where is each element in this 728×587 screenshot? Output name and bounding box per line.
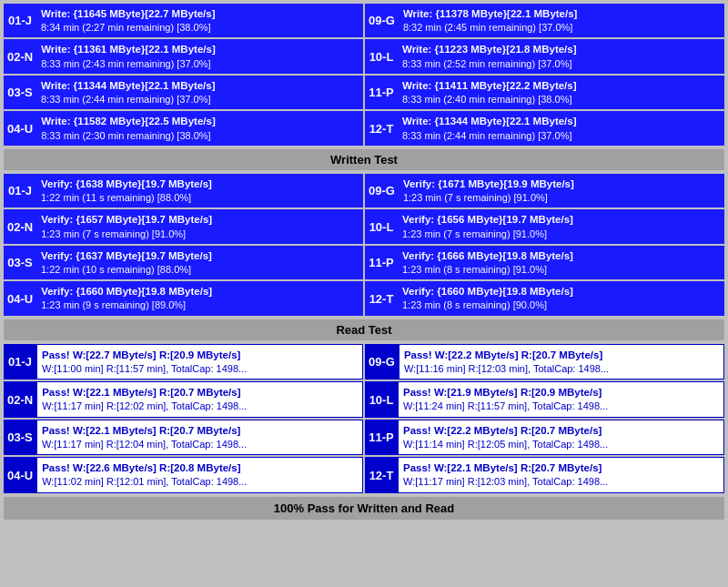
drive-label-12t-verify: 12-T: [365, 281, 398, 315]
write-left-col-4: 04-U Write: {11582 MByte}[22.5 MByte/s] …: [4, 111, 363, 145]
drive-line1-01j-write: Write: {11645 MByte}[22.7 MByte/s]: [41, 6, 359, 21]
drive-info-01j-verify: Verify: {1638 MByte}[19.7 MByte/s] 1:22 …: [36, 174, 363, 207]
drive-info-03s-read: Pass! W:[22.1 MByte/s] R:[20.7 MByte/s] …: [36, 420, 363, 455]
verify-grid-row4: 04-U Verify: {1660 MByte}[19.8 MByte/s] …: [4, 281, 724, 315]
drive-info-09g-verify: Verify: {1671 MByte}[19.9 MByte/s] 1:23 …: [399, 174, 724, 207]
drive-label-09g-read: 09-G: [365, 344, 399, 380]
drive-label-03s-read: 03-S: [4, 420, 36, 455]
drive-cell-10l-read: 10-L Pass! W:[21.9 MByte/s] R:[20.9 MByt…: [365, 381, 724, 417]
read-left-col-2: 02-N Pass! W:[22.1 MByte/s] R:[20.7 MByt…: [4, 381, 363, 417]
drive-cell-02n-read: 02-N Pass! W:[22.1 MByte/s] R:[20.7 MByt…: [4, 381, 363, 417]
drive-line2-11p-read: W:[11:14 min] R:[12:05 min], TotalCap: 1…: [403, 438, 719, 451]
drive-label-03s-verify: 03-S: [4, 246, 36, 279]
write-right-col: 09-G Write: {11378 MByte}[22.1 MByte/s] …: [365, 4, 724, 37]
drive-line2-01j-read: W:[11:00 min] R:[11:57 min], TotalCap: 1…: [42, 362, 358, 376]
read-grid-row2: 02-N Pass! W:[22.1 MByte/s] R:[20.7 MByt…: [4, 381, 724, 417]
drive-label-02n-write: 02-N: [4, 39, 36, 73]
drive-line1-10l-write: Write: {11223 MByte}[21.8 MByte/s]: [402, 42, 720, 56]
write-grid-row2: 02-N Write: {11361 MByte}[22.1 MByte/s] …: [4, 39, 724, 73]
drive-line1-12t-write: Write: {11344 MByte}[22.1 MByte/s]: [402, 114, 720, 128]
drive-line2-10l-verify: 1:23 min (7 s remaining) [91.0%]: [402, 228, 720, 241]
verify-right-col-2: 10-L Verify: {1656 MByte}[19.7 MByte/s] …: [365, 209, 724, 243]
drive-info-09g-write: Write: {11378 MByte}[22.1 MByte/s] 8:32 …: [399, 4, 724, 37]
verify-left-col-2: 02-N Verify: {1657 MByte}[19.7 MByte/s] …: [4, 209, 363, 243]
drive-line2-12t-verify: 1:23 min (8 s remaining) [90.0%]: [402, 299, 720, 312]
drive-cell-04u-write: 04-U Write: {11582 MByte}[22.5 MByte/s] …: [4, 111, 363, 145]
drive-line2-02n-write: 8:33 min (2:43 min remaining) [37.0%]: [41, 57, 359, 71]
drive-label-11p-write: 11-P: [365, 76, 398, 109]
drive-line1-02n-write: Write: {11361 MByte}[22.1 MByte/s]: [41, 42, 359, 56]
verify-section: 01-J Verify: {1638 MByte}[19.7 MByte/s] …: [4, 174, 724, 316]
drive-info-12t-read: Pass! W:[22.1 MByte/s] R:[20.7 MByte/s] …: [398, 457, 724, 492]
drive-line1-03s-verify: Verify: {1637 MByte}[19.7 MByte/s]: [41, 248, 359, 263]
drive-line2-11p-verify: 1:23 min (8 s remaining) [91.0%]: [402, 263, 720, 277]
drive-cell-03s-read: 03-S Pass! W:[22.1 MByte/s] R:[20.7 MByt…: [4, 420, 363, 455]
drive-cell-09g-read: 09-G Pass! W:[22.2 MByte/s] R:[20.7 MByt…: [365, 344, 724, 380]
drive-info-12t-verify: Verify: {1660 MByte}[19.8 MByte/s] 1:23 …: [398, 281, 724, 315]
write-right-col-4: 12-T Write: {11344 MByte}[22.1 MByte/s] …: [365, 111, 724, 145]
drive-info-12t-write: Write: {11344 MByte}[22.1 MByte/s] 8:33 …: [398, 111, 724, 145]
verify-right-col-4: 12-T Verify: {1660 MByte}[19.8 MByte/s] …: [365, 281, 724, 315]
read-test-header: Read Test: [4, 319, 724, 340]
verify-grid-row3: 03-S Verify: {1637 MByte}[19.7 MByte/s] …: [4, 246, 724, 279]
drive-cell-11p-verify: 11-P Verify: {1666 MByte}[19.8 MByte/s] …: [365, 246, 724, 279]
drive-info-01j-write: Write: {11645 MByte}[22.7 MByte/s] 8:34 …: [36, 4, 363, 37]
drive-info-03s-write: Write: {11344 MByte}[22.1 MByte/s] 8:33 …: [36, 76, 363, 109]
drive-info-04u-write: Write: {11582 MByte}[22.5 MByte/s] 8:33 …: [36, 111, 363, 145]
drive-line2-09g-verify: 1:23 min (7 s remaining) [91.0%]: [403, 191, 720, 205]
drive-cell-12t-verify: 12-T Verify: {1660 MByte}[19.8 MByte/s] …: [365, 281, 724, 315]
drive-line2-01j-write: 8:34 min (2:27 min remaining) [38.0%]: [41, 21, 359, 35]
drive-cell-09g-write: 09-G Write: {11378 MByte}[22.1 MByte/s] …: [365, 4, 724, 37]
footer-status: 100% Pass for Written and Read: [4, 497, 724, 520]
read-left-col-1: 01-J Pass! W:[22.7 MByte/s] R:[20.9 MByt…: [4, 344, 363, 380]
drive-info-11p-read: Pass! W:[22.2 MByte/s] R:[20.7 MByte/s] …: [398, 420, 724, 455]
drive-line2-04u-read: W:[11:02 min] R:[12:01 min], TotalCap: 1…: [42, 475, 358, 489]
drive-cell-11p-read: 11-P Pass! W:[22.2 MByte/s] R:[20.7 MByt…: [365, 420, 724, 455]
read-left-col-4: 04-U Pass! W:[22.6 MByte/s] R:[20.8 MByt…: [4, 457, 363, 492]
verify-grid-row1: 01-J Verify: {1638 MByte}[19.7 MByte/s] …: [4, 174, 724, 207]
drive-label-11p-verify: 11-P: [365, 246, 398, 279]
drive-line2-04u-write: 8:33 min (2:30 min remaining) [38.0%]: [41, 129, 359, 143]
drive-line1-04u-verify: Verify: {1660 MByte}[19.8 MByte/s]: [41, 284, 359, 299]
drive-label-12t-write: 12-T: [365, 111, 398, 145]
drive-line1-03s-write: Write: {11344 MByte}[22.1 MByte/s]: [41, 78, 359, 93]
written-test-header: Written Test: [4, 149, 724, 170]
drive-info-11p-verify: Verify: {1666 MByte}[19.8 MByte/s] 1:23 …: [398, 246, 724, 279]
drive-line2-12t-read: W:[11:17 min] R:[12:03 min], TotalCap: 1…: [403, 475, 719, 489]
drive-label-11p-read: 11-P: [365, 420, 398, 455]
drive-info-02n-write: Write: {11361 MByte}[22.1 MByte/s] 8:33 …: [36, 39, 363, 73]
drive-label-10l-write: 10-L: [365, 39, 398, 73]
drive-line1-09g-verify: Verify: {1671 MByte}[19.9 MByte/s]: [403, 177, 720, 191]
drive-cell-04u-read: 04-U Pass! W:[22.6 MByte/s] R:[20.8 MByt…: [4, 457, 363, 492]
drive-line2-02n-read: W:[11:17 min] R:[12:02 min], TotalCap: 1…: [42, 400, 358, 413]
drive-line2-09g-read: W:[11:16 min] R:[12:03 min], TotalCap: 1…: [404, 362, 719, 376]
write-grid-row4: 04-U Write: {11582 MByte}[22.5 MByte/s] …: [4, 111, 724, 145]
drive-line1-10l-verify: Verify: {1656 MByte}[19.7 MByte/s]: [402, 212, 720, 227]
drive-info-09g-read: Pass! W:[22.2 MByte/s] R:[20.7 MByte/s] …: [399, 344, 724, 380]
drive-cell-04u-verify: 04-U Verify: {1660 MByte}[19.8 MByte/s] …: [4, 281, 363, 315]
write-grid-row3: 03-S Write: {11344 MByte}[22.1 MByte/s] …: [4, 76, 724, 109]
drive-line2-04u-verify: 1:23 min (9 s remaining) [89.0%]: [41, 299, 359, 312]
drive-info-04u-read: Pass! W:[22.6 MByte/s] R:[20.8 MByte/s] …: [36, 457, 363, 492]
drive-line1-01j-read: Pass! W:[22.7 MByte/s] R:[20.9 MByte/s]: [42, 348, 358, 362]
drive-line2-03s-verify: 1:22 min (10 s remaining) [88.0%]: [41, 263, 359, 277]
read-grid-row3: 03-S Pass! W:[22.1 MByte/s] R:[20.7 MByt…: [4, 420, 724, 455]
write-right-col-3: 11-P Write: {11411 MByte}[22.2 MByte/s] …: [365, 76, 724, 109]
drive-cell-12t-write: 12-T Write: {11344 MByte}[22.1 MByte/s] …: [365, 111, 724, 145]
drive-line1-04u-write: Write: {11582 MByte}[22.5 MByte/s]: [41, 114, 359, 128]
drive-line2-01j-verify: 1:22 min (11 s remaining) [88.0%]: [41, 191, 359, 205]
drive-cell-01j-write: 01-J Write: {11645 MByte}[22.7 MByte/s] …: [4, 4, 363, 37]
read-grid-row4: 04-U Pass! W:[22.6 MByte/s] R:[20.8 MByt…: [4, 457, 724, 492]
drive-info-02n-read: Pass! W:[22.1 MByte/s] R:[20.7 MByte/s] …: [36, 381, 363, 417]
main-container: 01-J Write: {11645 MByte}[22.7 MByte/s] …: [0, 0, 728, 523]
drive-line1-12t-verify: Verify: {1660 MByte}[19.8 MByte/s]: [402, 284, 720, 299]
drive-label-10l-read: 10-L: [365, 381, 398, 417]
verify-left-col-3: 03-S Verify: {1637 MByte}[19.7 MByte/s] …: [4, 246, 363, 279]
drive-label-03s-write: 03-S: [4, 76, 36, 109]
drive-line1-11p-verify: Verify: {1666 MByte}[19.8 MByte/s]: [402, 248, 720, 263]
drive-cell-02n-verify: 02-N Verify: {1657 MByte}[19.7 MByte/s] …: [4, 209, 363, 243]
drive-label-04u-read: 04-U: [4, 457, 36, 492]
write-section: 01-J Write: {11645 MByte}[22.7 MByte/s] …: [4, 4, 724, 146]
drive-label-09g-write: 09-G: [365, 4, 399, 37]
drive-info-11p-write: Write: {11411 MByte}[22.2 MByte/s] 8:33 …: [398, 76, 724, 109]
